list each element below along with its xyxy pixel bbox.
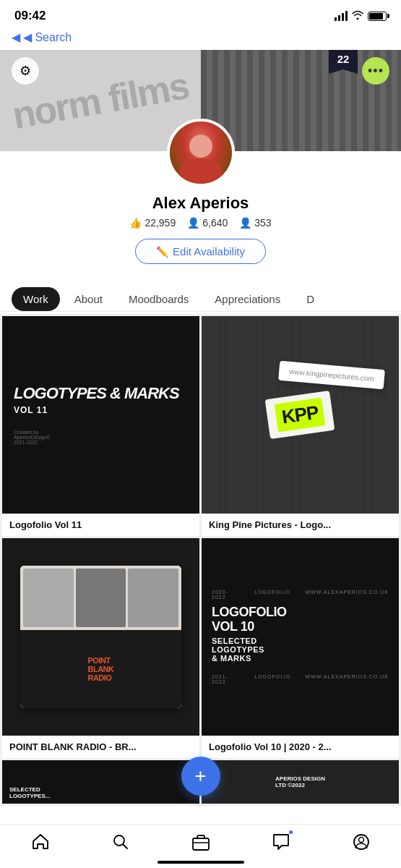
- signal-icon: [335, 11, 348, 21]
- gear-icon: ⚙: [20, 63, 31, 79]
- profile-name: Alex Aperios: [152, 194, 249, 213]
- status-time: 09:42: [14, 9, 46, 23]
- partial-card-right[interactable]: APERIOS DESIGNLTD ©2022: [202, 760, 399, 804]
- tab-more-label: D: [306, 293, 314, 305]
- create-fab-button[interactable]: +: [181, 757, 220, 796]
- home-indicator: [158, 861, 244, 864]
- work-card-title-logo10: Logofolio Vol 10 | 2020 - 2...: [202, 736, 399, 758]
- ellipsis-icon: •••: [368, 64, 384, 79]
- tab-more[interactable]: D: [295, 287, 326, 311]
- profile-icon: [351, 832, 371, 852]
- nav-home[interactable]: [30, 832, 51, 852]
- tab-appreciations-label: Appreciations: [215, 293, 280, 305]
- following-icon: 👤: [239, 217, 251, 229]
- portfolio-icon: [191, 832, 211, 852]
- nav-profile[interactable]: [351, 832, 371, 852]
- edit-pencil-icon: ✏️: [156, 246, 168, 258]
- back-arrow-icon: ◀: [12, 30, 20, 44]
- logo11-sub-text: VOL 11: [14, 405, 188, 415]
- bookmark-count: 22: [337, 53, 350, 65]
- messages-notification-dot: [289, 830, 293, 834]
- work-card-kpp[interactable]: KPP www.kingpinepictures.com King Pine P…: [202, 316, 399, 536]
- logo10-date-top: 2020-2022LOGOFOLIOWWW.ALEXAPERIOS.CO.UK: [212, 590, 389, 600]
- logo11-title-text: LOGOTYPES & MARKS: [14, 385, 188, 402]
- work-thumb-logo10: 2020-2022LOGOFOLIOWWW.ALEXAPERIOS.CO.UK …: [202, 538, 399, 736]
- tab-work[interactable]: Work: [12, 287, 60, 311]
- home-icon: [30, 832, 51, 852]
- work-card-logo11[interactable]: LOGOTYPES & MARKS VOL 11 Created byAperi…: [2, 316, 199, 536]
- pbr-laptop-screen: POINTBLANKRADIO: [20, 566, 182, 708]
- partial-text-right: APERIOS DESIGNLTD ©2022: [275, 775, 325, 788]
- thumb-content-kpp: KPP www.kingpinepictures.com: [202, 316, 399, 514]
- plus-icon: +: [194, 765, 206, 788]
- svg-rect-1: [193, 838, 209, 850]
- kpp-card: KPP: [265, 391, 335, 439]
- pbr-screen-top: [20, 566, 182, 629]
- pbr-img-1: [23, 569, 74, 626]
- tab-work-label: Work: [23, 293, 48, 305]
- profile-section: Alex Aperios 👍 22,959 👤 6,640 👤 353 ✏️ E…: [0, 151, 401, 264]
- work-card-pbr[interactable]: POINTBLANKRADIO POINT BLANK RADIO - BR..…: [2, 538, 199, 758]
- nav-portfolio[interactable]: [191, 832, 211, 852]
- following-count: 353: [254, 217, 271, 229]
- nav-search[interactable]: [111, 832, 131, 852]
- following-stat: 👤 353: [239, 217, 271, 229]
- status-icons: [335, 10, 387, 22]
- logo10-sub-text: SELECTEDLOGOTYPES& MARKS: [212, 637, 389, 663]
- more-options-button[interactable]: •••: [362, 57, 389, 85]
- tab-appreciations[interactable]: Appreciations: [203, 287, 292, 311]
- tab-about[interactable]: About: [63, 287, 114, 311]
- work-card-logo10[interactable]: 2020-2022LOGOFOLIOWWW.ALEXAPERIOS.CO.UK …: [202, 538, 399, 758]
- back-button[interactable]: ◀ ◀ Search: [12, 30, 72, 44]
- battery-icon: [368, 12, 387, 21]
- wifi-icon: [352, 10, 363, 22]
- logo11-credit: Created byAperiosDesign©2021-2022: [14, 430, 188, 445]
- likes-count: 22,959: [145, 217, 176, 229]
- tab-moodboards[interactable]: Moodboards: [117, 287, 200, 311]
- partial-text-left: SELECTEDLOGOTYPES...: [9, 786, 50, 799]
- likes-stat: 👍 22,959: [129, 217, 176, 229]
- nav-bar: ◀ ◀ Search: [0, 27, 401, 50]
- kpp-white-card: www.kingpinepictures.com: [278, 361, 385, 390]
- tab-moodboards-label: Moodboards: [129, 293, 189, 305]
- search-label: ◀ Search: [23, 30, 72, 44]
- kpp-yellow-card: KPP: [275, 398, 326, 433]
- thumb-content-logo11: LOGOTYPES & MARKS VOL 11 Created byAperi…: [2, 316, 199, 514]
- followers-icon: 👤: [187, 217, 199, 229]
- pbr-logo-text: POINTBLANKRADIO: [87, 656, 113, 682]
- avatar-wrapper: [167, 119, 235, 187]
- pbr-img-2: [76, 569, 126, 626]
- avatar[interactable]: [167, 119, 235, 187]
- nav-messages[interactable]: [271, 832, 291, 852]
- avatar-image: [170, 122, 232, 184]
- work-card-title-pbr: POINT BLANK RADIO - BR...: [2, 736, 199, 758]
- kpp-white-text: www.kingpinepictures.com: [289, 367, 374, 383]
- logo10-main-text: LOGOFOLIOVOL 10: [212, 605, 389, 634]
- thumb-content-pbr: POINTBLANKRADIO: [2, 538, 199, 736]
- pbr-img-3: [128, 569, 178, 626]
- search-icon: [111, 832, 131, 852]
- tabs-container: Work About Moodboards Appreciations D: [0, 276, 401, 312]
- edit-availability-button[interactable]: ✏️ Edit Availability: [135, 239, 266, 264]
- thumb-content-logo10: 2020-2022LOGOFOLIOWWW.ALEXAPERIOS.CO.UK …: [202, 538, 399, 736]
- work-grid: LOGOTYPES & MARKS VOL 11 Created byAperi…: [0, 314, 401, 760]
- pbr-screen-content: POINTBLANKRADIO: [20, 566, 182, 708]
- work-thumb-pbr: POINTBLANKRADIO: [2, 538, 199, 736]
- kpp-logo-text: KPP: [280, 401, 319, 429]
- likes-icon: 👍: [129, 217, 142, 229]
- work-thumb-logo11: LOGOTYPES & MARKS VOL 11 Created byAperi…: [2, 316, 199, 514]
- tab-about-label: About: [74, 293, 103, 305]
- settings-button[interactable]: ⚙: [12, 57, 39, 85]
- partial-card-left[interactable]: SELECTEDLOGOTYPES...: [2, 760, 199, 804]
- followers-stat: 👤 6,640: [187, 217, 228, 229]
- svg-point-4: [358, 838, 363, 843]
- edit-btn-label: Edit Availability: [173, 245, 245, 258]
- followers-count: 6,640: [202, 217, 228, 229]
- work-card-title-logo11: Logofolio Vol 11: [2, 514, 199, 536]
- work-card-title-kpp: King Pine Pictures - Logo...: [202, 514, 399, 536]
- logo10-date-bottom: 2021-2022LOGOFOLIOWWW.ALEXAPERIOS.CO.UK: [212, 674, 389, 684]
- status-bar: 09:42: [0, 0, 401, 27]
- work-thumb-kpp: KPP www.kingpinepictures.com: [202, 316, 399, 514]
- pbr-screen-bottom: POINTBLANKRADIO: [20, 630, 182, 708]
- profile-stats: 👍 22,959 👤 6,640 👤 353: [129, 217, 271, 229]
